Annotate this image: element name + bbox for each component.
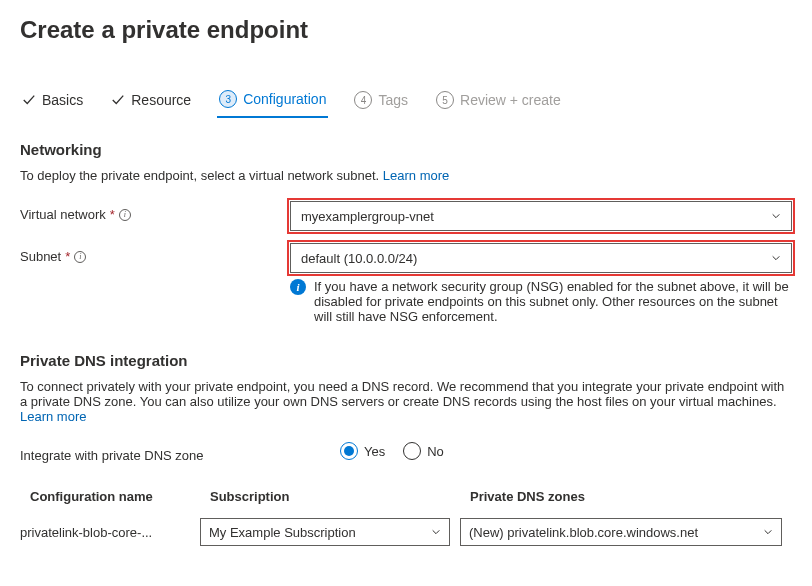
integrate-radio-yes[interactable]: Yes — [340, 442, 385, 460]
select-value: myexamplergroup-vnet — [301, 209, 434, 224]
radio-label: No — [427, 444, 444, 459]
dns-zone-select[interactable]: (New) privatelink.blob.core.windows.net — [460, 518, 782, 546]
learn-more-link[interactable]: Learn more — [20, 409, 86, 424]
info-icon: i — [290, 279, 306, 295]
page-title: Create a private endpoint — [20, 16, 792, 44]
step-number: 3 — [219, 90, 237, 108]
networking-desc: To deploy the private endpoint, select a… — [20, 168, 792, 183]
required-indicator: * — [65, 249, 70, 264]
radio-label: Yes — [364, 444, 385, 459]
subnet-select[interactable]: default (10.0.0.0/24) — [290, 243, 792, 273]
subnet-label: Subnet * i — [20, 243, 290, 264]
subscription-select[interactable]: My Example Subscription — [200, 518, 450, 546]
chevron-down-icon — [763, 525, 773, 540]
table-row: privatelink-blob-core-... My Example Sub… — [20, 512, 792, 552]
wizard-tabs: Basics Resource 3 Configuration 4 Tags 5… — [20, 84, 792, 119]
check-icon — [111, 93, 125, 107]
chevron-down-icon — [771, 251, 781, 266]
required-indicator: * — [110, 207, 115, 222]
select-value: default (10.0.0.0/24) — [301, 251, 417, 266]
col-header-name: Configuration name — [20, 481, 200, 512]
integrate-radio-no[interactable]: No — [403, 442, 444, 460]
dns-heading: Private DNS integration — [20, 352, 792, 369]
info-icon[interactable]: i — [119, 209, 131, 221]
step-number: 4 — [354, 91, 372, 109]
learn-more-link[interactable]: Learn more — [383, 168, 449, 183]
wizard-tab-configuration[interactable]: 3 Configuration — [217, 84, 328, 118]
wizard-tab-basics[interactable]: Basics — [20, 86, 85, 116]
chevron-down-icon — [771, 209, 781, 224]
dns-desc: To connect privately with your private e… — [20, 379, 792, 424]
vnet-label: Virtual network * i — [20, 201, 290, 222]
vnet-select[interactable]: myexamplergroup-vnet — [290, 201, 792, 231]
col-header-zone: Private DNS zones — [460, 481, 792, 512]
tab-label: Basics — [42, 92, 83, 108]
wizard-tab-review[interactable]: 5 Review + create — [434, 85, 563, 117]
col-header-sub: Subscription — [200, 481, 460, 512]
select-value: (New) privatelink.blob.core.windows.net — [469, 525, 698, 540]
tab-label: Review + create — [460, 92, 561, 108]
chevron-down-icon — [431, 525, 441, 540]
check-icon — [22, 93, 36, 107]
integrate-label: Integrate with private DNS zone — [20, 442, 340, 463]
select-value: My Example Subscription — [209, 525, 356, 540]
wizard-tab-resource[interactable]: Resource — [109, 86, 193, 116]
info-icon[interactable]: i — [74, 251, 86, 263]
radio-circle — [340, 442, 358, 460]
integrate-radio-group: Yes No — [340, 442, 792, 460]
nsg-info: i If you have a network security group (… — [290, 279, 792, 324]
tab-label: Configuration — [243, 91, 326, 107]
wizard-tab-tags[interactable]: 4 Tags — [352, 85, 410, 117]
networking-heading: Networking — [20, 141, 792, 158]
step-number: 5 — [436, 91, 454, 109]
dns-config-table: Configuration name Subscription Private … — [20, 481, 792, 552]
tab-label: Resource — [131, 92, 191, 108]
config-name-cell: privatelink-blob-core-... — [20, 512, 200, 552]
tab-label: Tags — [378, 92, 408, 108]
radio-circle — [403, 442, 421, 460]
